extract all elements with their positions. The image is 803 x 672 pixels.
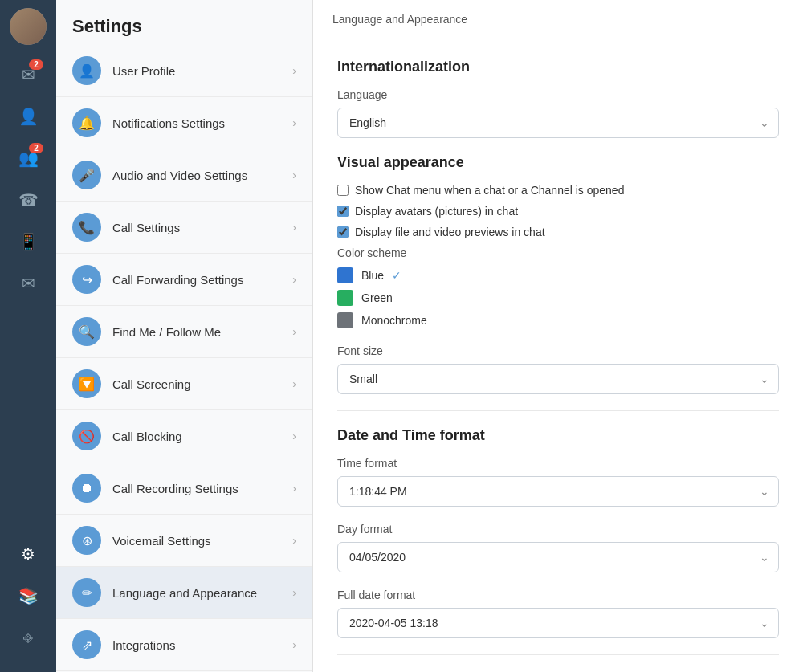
menu-chevron-icon-1: › [292,116,296,129]
menu-chevron-icon-2: › [292,169,296,181]
full-date-select-wrap: 2020-04-05 13:18 04/05/2020 1:18 PM ⌄ [337,608,779,638]
time-format-select[interactable]: 1:18:44 PM 13:18:44 [337,476,779,507]
bottom-nav: 📚 ⎆ [10,577,47,656]
checkbox-show-chat: Show Chat menu when a chat or a Channel … [337,184,779,197]
day-format-select[interactable]: 04/05/2020 05/04/2020 2020-04-05 [337,542,779,572]
narrow-sidebar: ✉ 2 👤 👥 2 ☎ 📱 ✉ ⚙ 📚 ⎆ [0,0,56,672]
full-date-label: Full date format [337,589,779,601]
fax-icon[interactable]: 📱 [10,223,47,260]
menu-label-3: Call Settings [112,221,281,234]
menu-icon-6: 🔽 [72,369,101,398]
full-date-select[interactable]: 2020-04-05 13:18 04/05/2020 1:18 PM [337,608,779,638]
menu-label-0: User Profile [112,64,281,78]
color-name-monochrome: Monochrome [361,314,427,327]
content-area: Internationalization Language English Sp… [313,39,803,672]
color-swatch-blue [337,267,353,283]
voicemail-icon[interactable]: ✉ [10,265,47,302]
avatar[interactable] [10,8,47,45]
settings-icon[interactable]: ⚙ [10,536,47,572]
team-icon[interactable]: 👥 2 [10,140,47,177]
avatar-image [10,8,47,45]
sidebar-item-call-recording-settings[interactable]: ⏺Call Recording Settings› [56,462,312,515]
font-size-select-wrap: Small Medium Large ⌄ [337,364,779,394]
sidebar-item-voicemail-settings[interactable]: ⊛Voicemail Settings› [56,515,312,567]
menu-label-4: Call Forwarding Settings [112,273,281,287]
menu-icon-5: 🔍 [72,317,101,346]
sidebar-item-call-forwarding-settings[interactable]: ↪Call Forwarding Settings› [56,254,312,306]
menu-items-list: 👤User Profile›🔔Notifications Settings›🎤A… [56,45,312,672]
internationalization-title: Internationalization [337,59,779,75]
sidebar-item-call-blocking[interactable]: 🚫Call Blocking› [56,410,312,462]
logout-icon[interactable]: ⎆ [10,619,47,656]
color-selected-checkmark-icon: ✓ [392,269,402,282]
menu-icon-11: ⇗ [72,630,101,659]
sidebar-item-language-and-appearance[interactable]: ✏Language and Appearance› [56,567,312,619]
visual-checkboxes: Show Chat menu when a chat or a Channel … [337,184,779,238]
settings-title: Settings [56,0,312,45]
previews-checkbox[interactable] [337,226,349,238]
main-content: Language and Appearance Internationaliza… [313,0,803,672]
color-scheme-label: Color scheme [337,246,779,259]
menu-chevron-icon-10: › [292,586,296,599]
sidebar-item-user-profile[interactable]: 👤User Profile› [56,45,312,97]
language-label: Language [337,88,779,101]
color-option-monochrome[interactable]: Monochrome [337,312,779,328]
menu-chevron-icon-5: › [292,325,296,338]
language-select[interactable]: English Spanish French German [337,108,779,138]
menu-icon-0: 👤 [72,56,101,85]
show-chat-label: Show Chat menu when a chat or a Channel … [355,184,624,197]
sidebar-item-integrations[interactable]: ⇗Integrations› [56,619,312,671]
breadcrumb: Language and Appearance [313,0,803,39]
sidebar-item-call-screening[interactable]: 🔽Call Screening› [56,358,312,410]
avatars-checkbox[interactable] [337,206,349,217]
docs-icon[interactable]: 📚 [10,577,47,614]
checkbox-avatars: Display avatars (pictures) in chat [337,205,779,218]
menu-label-5: Find Me / Follow Me [112,325,281,339]
time-format-select-wrap: 1:18:44 PM 13:18:44 ⌄ [337,476,779,507]
menu-label-11: Integrations [112,638,281,652]
menu-label-7: Call Blocking [112,430,281,443]
settings-sidebar: Settings 👤User Profile›🔔Notifications Se… [56,0,313,672]
day-format-label: Day format [337,523,779,536]
sidebar-item-audio-and-video-settings[interactable]: 🎤Audio and Video Settings› [56,149,312,202]
menu-icon-3: 📞 [72,213,101,242]
show-chat-checkbox[interactable] [337,185,349,196]
menu-chevron-icon-7: › [292,430,296,442]
contacts-icon[interactable]: 👤 [10,98,47,135]
language-select-wrap: English Spanish French German ⌄ [337,108,779,138]
sidebar-item-call-settings[interactable]: 📞Call Settings› [56,202,312,254]
phone-icon[interactable]: ☎ [10,181,47,218]
checkbox-previews: Display file and video previews in chat [337,226,779,238]
menu-icon-1: 🔔 [72,108,101,137]
color-option-green[interactable]: Green [337,290,779,306]
menu-chevron-icon-3: › [292,221,296,234]
sidebar-item-notifications-settings[interactable]: 🔔Notifications Settings› [56,97,312,149]
menu-label-10: Language and Appearance [112,586,281,600]
divider-1 [337,410,779,411]
menu-icon-7: 🚫 [72,422,101,450]
menu-label-6: Call Screening [112,377,281,391]
divider-2 [337,654,779,655]
menu-chevron-icon-0: › [292,64,296,77]
menu-label-9: Voicemail Settings [112,534,281,548]
color-swatch-green [337,290,353,306]
menu-icon-9: ⊛ [72,526,101,555]
menu-label-1: Notifications Settings [112,116,281,130]
avatars-label: Display avatars (pictures) in chat [355,205,518,218]
font-size-select[interactable]: Small Medium Large [337,364,779,394]
font-size-label: Font size [337,344,779,357]
team-badge: 2 [29,143,43,153]
color-options: Blue ✓GreenMonochrome [337,267,779,328]
menu-chevron-icon-9: › [292,534,296,547]
menu-chevron-icon-4: › [292,273,296,286]
previews-label: Display file and video previews in chat [355,226,545,238]
color-option-blue[interactable]: Blue ✓ [337,267,779,283]
messages-icon[interactable]: ✉ 2 [10,56,47,93]
color-name-green: Green [361,291,393,304]
color-swatch-monochrome [337,312,353,328]
menu-icon-8: ⏺ [72,474,101,503]
menu-icon-10: ✏ [72,578,101,607]
menu-label-2: Audio and Video Settings [112,169,281,182]
day-format-select-wrap: 04/05/2020 05/04/2020 2020-04-05 ⌄ [337,542,779,572]
sidebar-item-find-me-/-follow-me[interactable]: 🔍Find Me / Follow Me› [56,306,312,358]
